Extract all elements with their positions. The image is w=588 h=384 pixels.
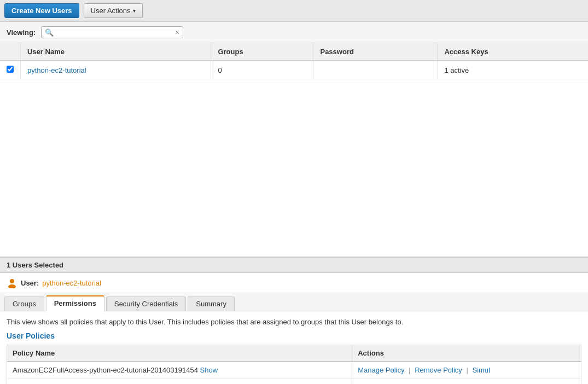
table-header-row: User Name Groups Password Access Keys [0,43,588,61]
user-table: User Name Groups Password Access Keys py… [0,43,588,79]
row-access-keys-cell: 1 active [438,61,588,79]
tab-summary[interactable]: Summary [188,296,235,311]
user-header: User: python-ec2-tutorial [0,273,588,293]
th-checkbox [0,43,21,61]
policy-actions-cell: Manage Policy | Remove Policy | Simul [352,379,581,385]
th-policy-name: Policy Name [7,345,352,362]
tab-security-credentials[interactable]: Security Credentials [106,296,186,311]
policy-row: AmazonEC2FullAccess-python-ec2-tutorial-… [7,362,581,379]
search-wrapper: 🔍 × [41,26,183,38]
policy-header-row: Policy Name Actions [7,345,581,362]
username-link[interactable]: python-ec2-tutorial [27,66,86,74]
pipe-separator: | [409,366,410,374]
row-checkbox-cell [0,61,21,79]
tab-groups[interactable]: Groups [4,296,44,311]
policy-table: Policy Name Actions AmazonEC2FullAccess-… [7,345,581,384]
user-actions-button[interactable]: User Actions ▾ [84,3,143,18]
policy-row: AmazonS3FullAccess-python-ec2-tutorial-2… [7,379,581,385]
row-username-cell: python-ec2-tutorial [21,61,211,79]
policy-name-cell: AmazonS3FullAccess-python-ec2-tutorial-2… [7,379,352,385]
tabs: Groups Permissions Security Credentials … [0,293,588,311]
th-groups: Groups [211,43,313,61]
row-password-cell [313,61,438,79]
row-checkbox[interactable] [7,66,14,73]
user-actions-label: User Actions [91,7,131,15]
bottom-panel: 1 Users Selected User: python-ec2-tutori… [0,257,588,384]
row-groups-cell: 0 [211,61,313,79]
simul-link[interactable]: Simul [472,366,490,374]
description-text: This view shows all policies that apply … [7,318,581,326]
policy-name-cell: AmazonEC2FullAccess-python-ec2-tutorial-… [7,362,352,379]
selected-banner: 1 Users Selected [0,258,588,273]
user-policies-title: User Policies [7,331,581,340]
viewing-label: Viewing: [7,28,36,37]
clear-search-icon[interactable]: × [175,28,179,37]
show-link[interactable]: Show [200,366,218,374]
th-policy-actions: Actions [352,345,581,362]
svg-point-0 [10,279,14,283]
policy-actions-cell: Manage Policy | Remove Policy | Simul [352,362,581,379]
user-person-icon [7,277,18,288]
user-name-link[interactable]: python-ec2-tutorial [42,279,101,287]
search-icon: 🔍 [45,28,54,37]
th-username: User Name [21,43,211,61]
th-access-keys: Access Keys [438,43,588,61]
table-row: python-ec2-tutorial 0 1 active [0,61,588,79]
toolbar: Create New Users User Actions ▾ [0,0,588,22]
user-label: User: [21,279,39,287]
search-input[interactable] [56,28,175,37]
svg-point-1 [8,284,16,288]
pipe-separator: | [466,366,468,374]
remove-policy-link[interactable]: Remove Policy [415,366,462,374]
create-new-users-button[interactable]: Create New Users [4,3,79,18]
tab-permissions[interactable]: Permissions [46,295,104,311]
viewing-bar: Viewing: 🔍 × [0,22,588,43]
manage-policy-link[interactable]: Manage Policy [358,366,404,374]
tab-content: This view shows all policies that apply … [0,311,588,384]
dropdown-arrow-icon: ▾ [133,8,136,14]
user-table-section: User Name Groups Password Access Keys py… [0,43,588,257]
policy-name: AmazonEC2FullAccess-python-ec2-tutorial-… [13,366,198,374]
th-password: Password [313,43,438,61]
